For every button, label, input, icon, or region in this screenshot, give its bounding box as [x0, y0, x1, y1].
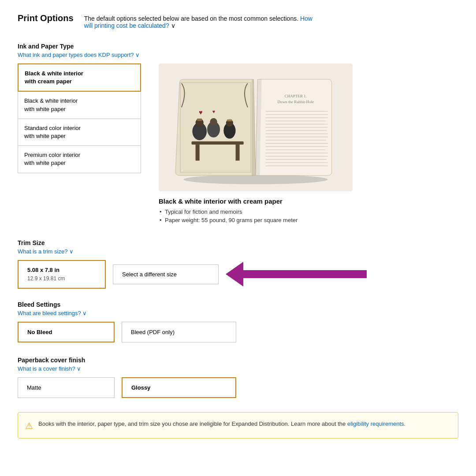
content-area: Ink and Paper Type What ink and paper ty… — [18, 43, 458, 439]
cover-section: Paperback cover finish What is a cover f… — [18, 357, 458, 398]
cover-chevron: ∨ — [77, 365, 81, 372]
svg-text:CHAPTER 1.: CHAPTER 1. — [285, 94, 307, 98]
preview-title: Black & white interior with cream paper — [159, 197, 283, 205]
trim-chevron: ∨ — [69, 248, 74, 255]
sublabel-chevron: ∨ — [135, 52, 140, 58]
no-bleed-btn[interactable]: No Bleed — [18, 322, 115, 342]
option-bw-white[interactable]: Black & white interiorwith white paper — [18, 91, 141, 119]
book-spread-svg: ♥ ♥ CHAPTER 1. Down the Rabbit-Hole — [167, 70, 344, 185]
ink-paper-main-content: Black & white interior with cream paper … — [18, 63, 458, 225]
size-line1: 5.08 x 7.8 in — [27, 266, 96, 274]
size-line2: 12.9 x 19.81 cm — [27, 275, 96, 283]
svg-rect-1 — [192, 141, 244, 145]
bleed-label: Bleed Settings — [18, 301, 458, 308]
option-std-color-text: Standard color interiorwith white paper — [24, 125, 81, 139]
different-size-btn[interactable]: Select a different size — [113, 264, 219, 284]
option-bw-cream[interactable]: Black & white interior with cream paper — [18, 63, 141, 92]
svg-rect-3 — [236, 145, 240, 160]
preview-bullet-2: Paper weight: 55 pound, 90 grams per squ… — [159, 217, 298, 223]
svg-text:Down the Rabbit-Hole: Down the Rabbit-Hole — [278, 100, 314, 104]
matte-btn[interactable]: Matte — [18, 377, 115, 398]
bleed-pdf-btn[interactable]: Bleed (PDF only) — [122, 322, 236, 342]
svg-point-0 — [183, 175, 327, 184]
selected-size-btn[interactable]: 5.08 x 7.8 in 12.9 x 19.81 cm — [18, 260, 106, 289]
warning-text: Books with the interior, paper type, and… — [38, 420, 405, 428]
option-prem-color[interactable]: Premium color interiorwith white paper — [18, 145, 141, 173]
ink-paper-sublabel[interactable]: What ink and paper types does KDP suppor… — [18, 52, 458, 58]
eligibility-link[interactable]: eligibility requirements. — [347, 420, 405, 427]
bleed-sublabel[interactable]: What are bleed settings? ∨ — [18, 310, 458, 316]
bleed-options-row: No Bleed Bleed (PDF only) — [18, 322, 458, 342]
trim-section: Trim Size What is a trim size? ∨ 5.08 x … — [18, 239, 458, 289]
header-row: Print Options The default options select… — [18, 13, 458, 30]
option-prem-color-text: Premium color interiorwith white paper — [24, 152, 80, 166]
svg-rect-2 — [196, 145, 200, 160]
svg-rect-11 — [227, 119, 232, 122]
preview-column: ♥ ♥ CHAPTER 1. Down the Rabbit-Hole — [159, 63, 458, 225]
svg-rect-6 — [197, 119, 202, 121]
arrow-container — [226, 262, 367, 286]
trim-sublabel[interactable]: What is a trim size? ∨ — [18, 248, 458, 255]
warning-message: Books with the interior, paper type, and… — [38, 420, 346, 427]
warning-box: ⚠ Books with the interior, paper type, a… — [18, 412, 458, 439]
dropdown-chevron: ∨ — [171, 22, 175, 29]
bleed-chevron: ∨ — [82, 310, 87, 316]
header-desc-text: The default options selected below are b… — [84, 15, 298, 22]
arrow-body — [243, 270, 367, 278]
option-bw-cream-line2: with cream paper — [25, 78, 72, 85]
trim-options-row: 5.08 x 7.8 in 12.9 x 19.81 cm Select a d… — [18, 260, 458, 289]
arrow-head — [226, 262, 243, 286]
trim-label: Trim Size — [18, 239, 458, 246]
option-std-color[interactable]: Standard color interiorwith white paper — [18, 119, 141, 146]
cover-label: Paperback cover finish — [18, 357, 458, 364]
header-description: The default options selected below are b… — [84, 15, 313, 29]
cover-sublabel[interactable]: What is a cover finish? ∨ — [18, 365, 458, 372]
option-bw-white-text: Black & white interiorwith white paper — [24, 97, 78, 112]
glossy-btn[interactable]: Glossy — [122, 377, 236, 398]
bleed-section: Bleed Settings What are bleed settings? … — [18, 301, 458, 342]
preview-bullet-1: Typical for fiction and memoirs — [159, 208, 298, 215]
ink-paper-options: Black & white interior with cream paper … — [18, 63, 141, 173]
ink-paper-label: Ink and Paper Type — [18, 43, 458, 50]
svg-text:♥: ♥ — [212, 109, 215, 114]
svg-point-8 — [210, 118, 217, 125]
cover-options-row: Matte Glossy — [18, 377, 458, 398]
warning-icon: ⚠ — [25, 420, 33, 431]
svg-text:♥: ♥ — [199, 109, 203, 116]
ink-paper-section: Ink and Paper Type What ink and paper ty… — [18, 43, 458, 225]
option-bw-cream-line1: Black & white interior — [25, 70, 83, 77]
preview-bullets: Typical for fiction and memoirs Paper we… — [159, 208, 298, 225]
book-preview: ♥ ♥ CHAPTER 1. Down the Rabbit-Hole — [159, 63, 353, 191]
page-title: Print Options — [18, 13, 74, 23]
